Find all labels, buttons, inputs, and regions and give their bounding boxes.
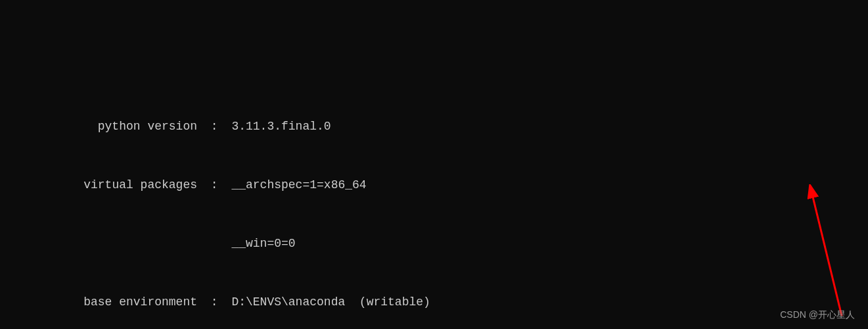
terminal-row: __win=0=0 (0, 234, 868, 254)
row-label (0, 234, 197, 254)
row-value: __win=0=0 (231, 234, 295, 254)
terminal-output: python version : 3.11.3.final.0 virtual … (0, 78, 868, 329)
row-value: __archspec=1=x86_64 (231, 176, 366, 195)
row-sep (197, 234, 231, 254)
row-sep: : (197, 293, 231, 313)
terminal-row: python version : 3.11.3.final.0 (0, 117, 868, 137)
terminal-row: base environment : D:\ENVS\anaconda (wri… (0, 293, 868, 313)
row-sep: : (197, 117, 231, 137)
row-label: python version (0, 117, 197, 137)
row-label: base environment (0, 293, 197, 313)
row-label: virtual packages (0, 176, 197, 195)
row-value: D:\ENVS\anaconda (writable) (231, 293, 430, 313)
watermark: CSDN @开心星人 (780, 307, 855, 322)
row-sep: : (197, 176, 231, 195)
terminal-row: virtual packages : __archspec=1=x86_64 (0, 176, 868, 195)
row-value: 3.11.3.final.0 (231, 117, 331, 137)
